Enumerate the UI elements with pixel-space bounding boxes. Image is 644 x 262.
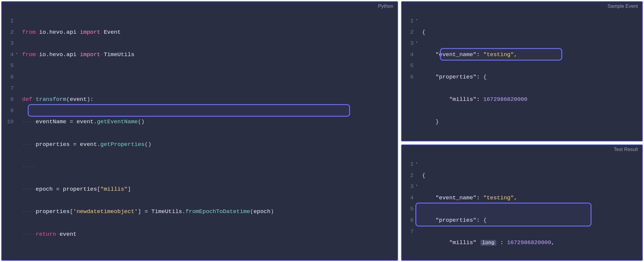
python-code[interactable]: from·io.hevo.api·import·Event from·io.he… [17, 16, 398, 261]
line-number: 9 [2, 105, 14, 117]
kw-return: return [36, 231, 56, 238]
pane-title-sample: Sample Event [402, 2, 642, 10]
indent: ···· [22, 118, 36, 125]
obj: properties [63, 186, 97, 192]
comma: , [514, 51, 517, 58]
result-code[interactable]: { "event_name": "testing", "properties":… [417, 159, 642, 261]
pane-title-python: Python [2, 2, 398, 10]
paren: ( [66, 96, 70, 103]
obj: event [76, 118, 93, 125]
parens: () [138, 118, 145, 125]
line-number[interactable]: 1 [402, 16, 414, 27]
paren: ) [87, 96, 90, 103]
json-key: "event_name" [436, 51, 477, 58]
dot: . [93, 118, 97, 125]
parens: () [145, 141, 152, 148]
json-string: "testing" [483, 195, 514, 201]
paren: ) [270, 208, 274, 215]
brace: { [483, 74, 486, 80]
kw-import: import [80, 51, 100, 58]
eq: = [53, 186, 63, 192]
colon: : [476, 51, 483, 58]
line-number: 7 [402, 226, 414, 238]
comma: , [514, 195, 517, 201]
import-name: TimeUtils [104, 51, 135, 58]
line-number: 4 [402, 49, 414, 61]
kw-def: def [22, 96, 32, 103]
line-number: 2 [402, 170, 414, 181]
bracket: [ [70, 208, 73, 215]
eq: = [66, 118, 76, 125]
indent: ···· [22, 164, 36, 170]
result-editor[interactable]: 1 2 3 4 5 6 7 { "event_name": "testing",… [402, 153, 642, 261]
json-string: "testing" [483, 51, 514, 58]
method: getProperties [100, 141, 144, 148]
line-number: 6 [402, 72, 414, 83]
line-number: 5 [402, 204, 414, 215]
line-number[interactable]: 3 [402, 38, 414, 49]
indent: ···· [22, 186, 36, 192]
colon: : [476, 217, 483, 224]
right-column: Sample Event 1 2 3 4 5 6 { "event_name":… [401, 1, 643, 261]
brace: } [436, 118, 439, 125]
app-root: Python 1 2 3 4 5 6 7 8 9 10 from·io.hevo… [0, 0, 644, 262]
module: io.hevo.api [39, 29, 76, 36]
line-number[interactable]: 3 [402, 181, 414, 192]
json-key: "event_name" [436, 195, 477, 201]
var: properties [36, 141, 70, 148]
colon: : [476, 74, 483, 80]
line-number: 1 [2, 16, 14, 27]
json-number: 1672986820000 [507, 239, 551, 246]
brace: { [483, 217, 486, 224]
json-key: "properties" [436, 217, 477, 224]
paren: ( [250, 208, 253, 215]
sample-code[interactable]: { "event_name": "testing", "properties":… [417, 16, 642, 141]
sample-event-pane: Sample Event 1 2 3 4 5 6 { "event_name":… [401, 1, 643, 141]
json-key: "properties" [436, 74, 477, 80]
obj: event [59, 231, 76, 238]
brace: { [422, 172, 425, 179]
line-number[interactable]: 1 [402, 159, 414, 170]
pane-title-result: Test Result [402, 145, 642, 153]
var: epoch [36, 186, 53, 192]
line-number: 5 [402, 60, 414, 72]
obj: TimeUtils [151, 208, 182, 215]
json-key: "millis" [449, 96, 476, 103]
highlight-box-python [28, 104, 350, 117]
brace: } [422, 141, 425, 141]
brace: { [422, 29, 425, 36]
line-number: 4 [402, 192, 414, 204]
sample-editor[interactable]: 1 2 3 4 5 6 { "event_name": "testing", "… [402, 10, 642, 141]
import-name: Event [104, 29, 121, 36]
kw-from: from [22, 29, 36, 36]
bracket: ] [128, 186, 131, 192]
var: eventName [36, 118, 67, 125]
line-number: 10 [2, 116, 14, 128]
eq: = [70, 141, 80, 148]
indent: ···· [22, 231, 36, 238]
method: getEventName [97, 118, 138, 125]
colon: : [90, 96, 93, 103]
line-number: 7 [2, 83, 14, 94]
eq: = [141, 208, 151, 215]
line-number: 8 [2, 94, 14, 105]
param: event [70, 96, 87, 103]
obj: properties [36, 208, 70, 215]
line-number: 6 [402, 215, 414, 226]
dot: . [97, 141, 100, 148]
kw-import: import [80, 29, 100, 36]
json-key: "millis" [449, 239, 476, 246]
colon: : [476, 195, 483, 201]
colon: : [497, 239, 507, 246]
line-number[interactable]: 4 [2, 49, 14, 61]
line-number: 6 [2, 72, 14, 83]
module: io.hevo.api [39, 51, 76, 58]
comma: , [551, 239, 554, 246]
python-editor[interactable]: 1 2 3 4 5 6 7 8 9 10 from·io.hevo.api·im… [2, 10, 398, 261]
sample-gutter: 1 2 3 4 5 6 [402, 16, 417, 141]
kw-from: from [22, 51, 36, 58]
bracket: [ [97, 186, 100, 192]
method: fromEpochToDatetime [185, 208, 250, 215]
result-gutter: 1 2 3 4 5 6 7 [402, 159, 417, 261]
line-number: 3 [2, 38, 14, 49]
